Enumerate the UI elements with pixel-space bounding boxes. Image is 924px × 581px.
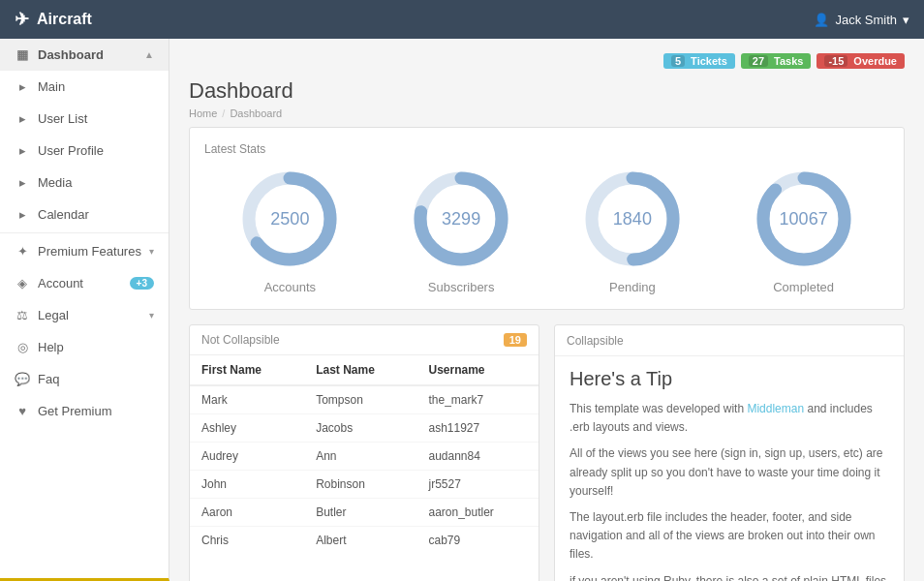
account-badge: +3 [130, 277, 154, 290]
top-nav: ✈ Aircraft 👤 Jack Smith ▾ [0, 0, 924, 39]
user-name: Jack Smith [835, 13, 897, 27]
cell-username: audann84 [416, 443, 539, 471]
donut-subscribers: 3299 [408, 166, 514, 272]
calendar-icon: ▸ [15, 207, 30, 222]
tickets-label: Tickets [691, 55, 727, 67]
tip-panel: Collapsible Here's a Tip This template w… [554, 324, 905, 581]
breadcrumb: Home / Dashboard [189, 107, 905, 119]
sidebar-item-get-premium[interactable]: ♥ Get Premium [0, 395, 169, 427]
breadcrumb-home[interactable]: Home [189, 107, 217, 119]
col-username: Username [416, 355, 539, 385]
cell-firstname: Chris [190, 527, 304, 555]
sidebar-label-help: Help [38, 340, 64, 354]
sidebar-item-faq[interactable]: 💬 Faq [0, 363, 169, 395]
sidebar-item-account[interactable]: ◈ Account +3 [0, 267, 169, 299]
sidebar-label-main: Main [38, 79, 65, 94]
table-panel-title: Not Collapsible [201, 333, 280, 347]
tip-para-4: if you aren't using Ruby, there is also … [570, 572, 889, 582]
user-icon: 👤 [814, 13, 829, 27]
chart-completed: 10067 Completed [751, 166, 857, 294]
account-icon: ◈ [15, 276, 30, 290]
table-header-row: First Name Last Name Username [190, 355, 539, 385]
cell-firstname: Ashley [190, 414, 304, 443]
brand[interactable]: ✈ Aircraft [15, 9, 92, 30]
chart-pending: 1840 Pending [579, 166, 686, 294]
sidebar-item-premium-features[interactable]: ✦ Premium Features ▾ [0, 235, 169, 267]
sidebar-item-help[interactable]: ◎ Help [0, 331, 169, 363]
tip-para-1: This template was developed with Middlem… [570, 400, 889, 437]
sidebar: ▦ Dashboard ▲ ▸ Main ▸ User List ▸ User … [0, 39, 169, 581]
faq-icon: 💬 [15, 372, 30, 386]
premium-icon: ✦ [15, 244, 30, 259]
table-row: Aaron Butler aaron_butler [190, 499, 539, 527]
main-content: 5 Tickets 27 Tasks -15 Overdue Dashboard… [169, 39, 924, 581]
donut-pending: 1840 [579, 166, 686, 272]
sidebar-item-user-profile[interactable]: ▸ User Profile [0, 135, 169, 167]
cell-username: cab79 [416, 527, 539, 555]
cell-username: jr5527 [416, 471, 539, 499]
sidebar-divider-1 [0, 232, 169, 233]
userlist-icon: ▸ [15, 111, 30, 126]
legal-chevron-icon: ▾ [149, 310, 154, 321]
sidebar-label-calendar: Calendar [38, 207, 89, 222]
sidebar-item-dashboard[interactable]: ▦ Dashboard ▲ [0, 39, 169, 71]
sidebar-label-account: Account [38, 276, 83, 290]
tasks-count: 27 [749, 55, 768, 67]
middleman-link[interactable]: Middleman [747, 402, 804, 415]
sidebar-label-premium: Premium Features [38, 244, 141, 259]
heart-icon: ♥ [15, 404, 30, 418]
media-icon: ▸ [15, 175, 30, 190]
stats-section: Latest Stats 2500 Accounts [189, 127, 905, 310]
cell-lastname: Jacobs [304, 414, 416, 443]
sidebar-item-calendar[interactable]: ▸ Calendar [0, 199, 169, 230]
sidebar-item-legal[interactable]: ⚖ Legal ▾ [0, 299, 169, 331]
sidebar-item-main[interactable]: ▸ Main [0, 71, 169, 103]
cell-lastname: Ann [304, 443, 416, 471]
chart-name-accounts: Accounts [264, 280, 316, 294]
layout: ▦ Dashboard ▲ ▸ Main ▸ User List ▸ User … [0, 39, 924, 581]
tip-heading: Here's a Tip [570, 368, 889, 390]
chevron-down-icon: ▾ [149, 246, 154, 257]
bottom-row: Not Collapsible 19 First Name Last Name … [189, 324, 905, 581]
chart-name-completed: Completed [773, 280, 834, 294]
col-lastname: Last Name [304, 355, 416, 385]
main-icon: ▸ [15, 79, 30, 94]
table-body: Mark Tompson the_mark7 Ashley Jacobs ash… [190, 385, 539, 554]
donut-label-subscribers: 3299 [442, 209, 480, 229]
tip-panel-header: Collapsible [555, 325, 904, 356]
chart-accounts: 2500 Accounts [236, 166, 343, 294]
tip-panel-title: Collapsible [567, 334, 624, 348]
tickets-badge: 5 Tickets [663, 53, 735, 69]
cell-lastname: Tompson [304, 385, 416, 414]
tickets-count: 5 [671, 55, 685, 67]
cell-username: aaron_butler [416, 499, 539, 527]
stats-charts: 2500 Accounts 3299 Subscribers [204, 166, 889, 294]
tip-para-3: The layout.erb file includes the header,… [570, 508, 889, 565]
sidebar-item-user-list[interactable]: ▸ User List [0, 103, 169, 135]
chart-subscribers: 3299 Subscribers [408, 166, 514, 294]
sidebar-label-get-premium: Get Premium [38, 404, 112, 418]
user-menu[interactable]: 👤 Jack Smith ▾ [814, 13, 909, 27]
col-firstname: First Name [190, 355, 304, 385]
cell-username: the_mark7 [416, 385, 539, 414]
table-row: Ashley Jacobs ash11927 [190, 414, 539, 443]
cell-lastname: Butler [304, 499, 416, 527]
table-panel: Not Collapsible 19 First Name Last Name … [189, 324, 539, 581]
tasks-badge: 27 Tasks [741, 53, 812, 69]
table-row: Audrey Ann audann84 [190, 443, 539, 471]
sidebar-label-dashboard: Dashboard [38, 47, 104, 62]
cell-lastname: Robinson [304, 471, 416, 499]
cell-firstname: Aaron [190, 499, 304, 527]
sidebar-label-faq: Faq [38, 372, 59, 386]
cell-username: ash11927 [416, 414, 539, 443]
chart-name-pending: Pending [609, 280, 656, 294]
sidebar-item-media[interactable]: ▸ Media [0, 167, 169, 199]
page-title: Dashboard [189, 78, 905, 104]
stats-title: Latest Stats [204, 142, 889, 156]
table-head: First Name Last Name Username [190, 355, 539, 385]
app-name: Aircraft [37, 11, 92, 28]
table-row: Mark Tompson the_mark7 [190, 385, 539, 414]
plane-icon: ✈ [15, 9, 29, 30]
breadcrumb-sep: / [222, 107, 225, 119]
sidebar-label-media: Media [38, 175, 72, 190]
